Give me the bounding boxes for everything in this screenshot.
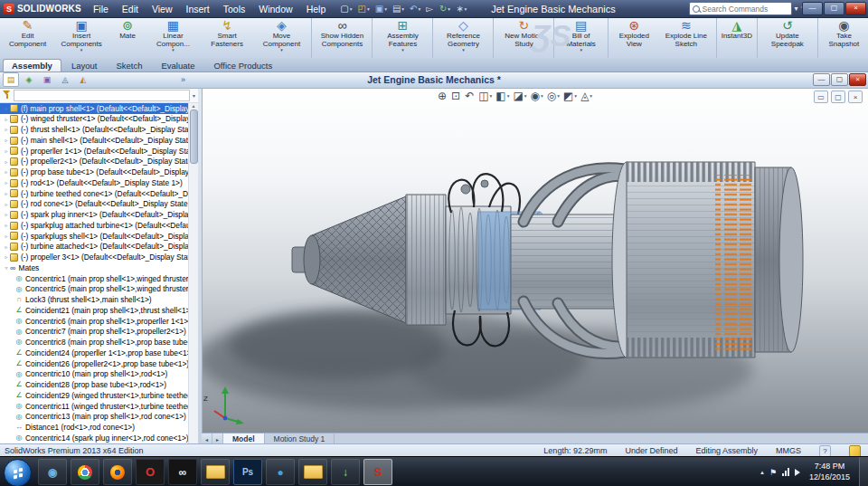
mate-row[interactable]: ◎ Concentric11 (winged thruster<1>,turbi… [0,401,189,412]
scroll-up-icon[interactable]: ▲ [192,103,196,109]
ribbon-button[interactable]: ◉ Take Snapshot [820,17,868,58]
ribbon-tab[interactable]: Sketch [107,59,151,71]
ribbon-button[interactable]: ↺ Update Speedpak [760,17,818,58]
restore-pane-icon[interactable]: ▢ [831,91,845,103]
new-document-icon[interactable]: ▢ ▾ [337,2,354,16]
edit-appearance-icon[interactable]: ◎ ▾ [547,91,560,101]
mate-row[interactable]: ◎ Concentric14 (spark plug inner<1>,rod … [0,433,189,443]
opera-icon[interactable]: O [136,459,165,485]
open-icon[interactable]: ◰ ▾ [354,2,372,16]
dimxpert-manager-icon[interactable]: ◬ [57,72,73,87]
menu-item[interactable]: Tools [217,3,252,15]
zoom-fit-icon[interactable]: ⊕ [438,91,448,101]
ribbon-button[interactable]: ◮ Instant3D [719,17,758,58]
previous-view-icon[interactable]: ↶ [465,91,475,101]
ribbon-button[interactable]: ⊛ Exploded View [610,17,658,58]
ribbon-tab[interactable]: Evaluate [152,59,203,71]
volume-icon[interactable] [795,469,800,476]
mate-row[interactable]: ∠ Coincident24 (properller 1<1>,prop bas… [0,348,189,358]
taskbar-clock[interactable]: 7:48 PM 12/16/2015 [806,462,854,482]
property-manager-icon[interactable]: ◈ [21,72,37,87]
view-orientation-icon[interactable]: ◧ ▾ [495,91,509,101]
tree-scrollbar[interactable]: ▲ [188,103,198,443]
expander-icon[interactable]: ▹ [3,233,10,239]
view-settings-icon[interactable]: ◬ ▾ [580,91,592,101]
mate-row[interactable]: ∠ Coincident28 (prop base tube<1>,rod<1>… [0,380,189,391]
ribbon-button[interactable]: ↯ Smart Fasteners [201,17,254,58]
expander-icon[interactable]: ▹ [3,117,10,122]
ribbon-button[interactable]: ▦ Linear Compon... ▾ [146,17,201,58]
show-desktop-button[interactable] [859,457,868,486]
component-row[interactable]: ▹ (-) thrust shell<1> (Default<<Default>… [0,125,189,136]
component-row[interactable]: ▹ (-) prop base tube<1> (Default<<Defaul… [0,167,189,178]
expander-icon[interactable]: ▹ [3,180,10,186]
search-input[interactable] [701,5,791,14]
component-row[interactable]: ▹ (-) propeller 3<1> (Default<<Default>_… [0,253,189,263]
mate-row[interactable]: ◎ Concentric8 (main prop shell<1>,prop b… [0,338,189,348]
component-row[interactable]: ▹ (-) sparkplug attached turbine<1> (Def… [0,220,189,231]
component-row[interactable]: ▹ (-) main shell<1> (Default<<Default>_D… [0,135,189,146]
panel-splitter[interactable] [198,88,203,443]
component-row[interactable]: ▹ (-) turbine attached<1> (Default<<Defa… [0,242,189,253]
expander-icon[interactable]: ▹ [3,169,10,175]
mates-folder-row[interactable]: ▿ ∞ Mates [0,262,189,273]
tags-icon[interactable] [849,445,861,457]
firefox-icon[interactable] [103,459,132,485]
ribbon-tab[interactable]: Office Products [204,59,281,71]
ribbon-tab[interactable]: Assembly [3,59,61,71]
documents-folder-icon[interactable] [298,459,327,485]
expander-icon[interactable]: ▹ [3,212,10,217]
graphics-area[interactable]: ⊕ ⊡ ↶ ◫ ▾ ◧ [202,88,868,433]
expander-icon[interactable]: ▹ [3,244,10,250]
feature-manager-icon[interactable]: ▤ [3,72,19,87]
close-pane-icon[interactable]: × [848,91,863,103]
mate-row[interactable]: ◎ Concentric1 (main prop shell<1>,winged… [0,273,189,284]
expander-icon[interactable]: ▹ [3,191,10,196]
expander-icon[interactable]: ▹ [3,148,10,154]
units-selector[interactable]: MMGS [776,446,801,455]
solidworks-icon[interactable]: S [363,459,392,485]
mate-row[interactable]: ◎ Concentric5 (main prop shell<1>,winged… [0,284,189,295]
ribbon-button[interactable]: ◇ Reference Geometry ▾ [435,17,494,58]
document-minimize-button[interactable]: — [813,73,830,86]
select-icon[interactable]: ▻ [423,2,437,16]
component-row[interactable]: ▹ (-) sparkplugs shell<1> (Default<<Defa… [0,231,189,242]
close-button[interactable]: × [845,2,866,15]
apply-scene-icon[interactable]: ◩ ▾ [563,91,577,101]
ribbon-button[interactable]: ✎ Edit Component [2,17,53,58]
expander-icon[interactable]: ▿ [3,265,10,271]
ribbon-button[interactable]: ◈ Move Component ▾ [253,17,312,58]
component-row[interactable]: ▹ (-) rod<1> (Default<<Default>_Display … [0,177,189,188]
show-hidden-icons-button[interactable]: ▴ [760,469,764,476]
zoom-area-icon[interactable]: ⊡ [451,91,461,101]
expander-icon[interactable]: ▹ [3,254,10,260]
section-view-icon[interactable]: ◫ ▾ [478,91,492,101]
mate-row[interactable]: ◎ Concentric6 (main prop shell<1>,proper… [0,316,189,327]
menu-item[interactable]: Insert [179,3,215,15]
restore-button[interactable]: ▢ [824,2,844,15]
print-icon[interactable]: ▤ ▾ [390,2,407,16]
expander-icon[interactable]: ▹ [3,223,10,228]
ribbon-button[interactable]: ⊞ Assembly Features ▾ [374,17,433,58]
expander-icon[interactable]: ▹ [3,159,10,165]
filter-caret-icon[interactable]: ▾ [193,92,195,99]
mate-row[interactable]: ∠ Coincident29 (winged thruster<1>,turbi… [0,390,189,401]
document-close-button[interactable]: × [849,73,866,86]
loop-app-icon[interactable]: ∞ [168,459,197,485]
component-row[interactable]: ▹ (-) spark plug inner<1> (Default<<Defa… [0,210,189,221]
ribbon-button[interactable]: ≋ Explode Line Sketch [658,17,717,58]
display-style-icon[interactable]: ◪ ▾ [513,91,526,101]
search-caret-icon[interactable]: ▾ [795,5,798,13]
ribbon-tab[interactable]: Layout [62,59,107,71]
photoshop-icon[interactable]: Ps [233,459,262,485]
display-manager-icon[interactable]: ◭ [75,72,91,87]
folder-icon[interactable] [201,459,230,485]
expander-icon[interactable]: ▹ [3,127,10,132]
component-row[interactable]: ▹ (-) propeller2<1> (Default<<Default>_D… [0,157,189,167]
undo-icon[interactable]: ↶ ▾ [407,2,423,16]
chrome-icon[interactable] [71,459,99,485]
action-center-icon[interactable]: ⚑ [769,468,777,477]
minimize-pane-icon[interactable]: ▭ [814,91,828,103]
mate-row[interactable]: ↔ Distance1 (rod<1>,rod cone<1>) [0,423,189,434]
expander-icon[interactable]: ▹ [3,106,10,111]
